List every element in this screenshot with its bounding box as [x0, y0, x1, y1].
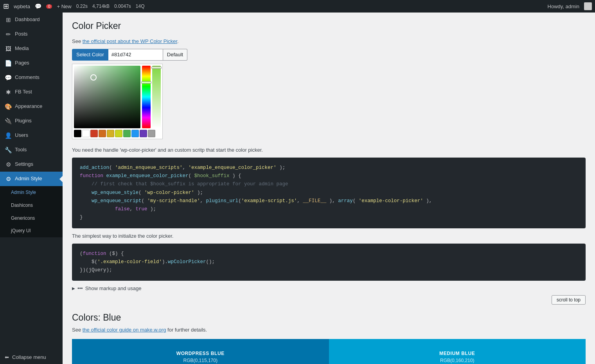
plugins-icon: 🔌 [5, 117, 12, 125]
medium-blue-rgb: RGB(0,160,210) [337, 358, 578, 363]
medium-blue-label: MEDIUM BLUE [337, 351, 578, 356]
code-block-2: (function ($) { $('.example-color-field'… [72, 244, 586, 281]
sidebar-item-tools[interactable]: 🔧 Tools [0, 143, 63, 157]
submenu-item-admin-style[interactable]: Admin Style [0, 186, 63, 199]
sidebar-item-users[interactable]: 👤 Users [0, 128, 63, 143]
sidebar-label-admin-style: Admin Style [15, 175, 42, 182]
sidebar-label-comments: Comments [15, 74, 40, 81]
default-button[interactable]: Default [163, 49, 187, 61]
wp-blue-rgb: RGB(0,115,170) [80, 358, 321, 363]
settings-icon: ⚙ [5, 160, 12, 169]
wp-logo-icon: ⊞ [3, 2, 9, 11]
admin-avatar [584, 2, 592, 10]
swatch-wordpress-blue: WORDPRESS BLUE RGB(0,115,170) [72, 339, 329, 364]
sidebar-label-fb-test: FB Test [15, 88, 32, 95]
sidebar-item-dashboard[interactable]: ⊞ Dashboard [0, 13, 63, 27]
sidebar-label-pages: Pages [15, 59, 29, 66]
media-icon: 🖼 [5, 45, 12, 53]
admin-style-icon: ⚙ [5, 175, 12, 183]
color-hex-input[interactable] [108, 49, 163, 61]
submenu-label-admin-style: Admin Style [11, 189, 36, 196]
new-button[interactable]: + New [57, 4, 71, 9]
submenu-label-dashicons: Dashicons [11, 202, 33, 209]
svg-rect-1 [74, 66, 140, 128]
sidebar-label-tools: Tools [15, 146, 27, 153]
submenu-label-genericons: Genericons [11, 215, 35, 222]
show-markup-label: Show markup and usage [85, 285, 142, 291]
scroll-top-row: scroll to top [72, 295, 586, 305]
perf-2: 4,714kB [92, 4, 110, 9]
pages-icon: 📄 [5, 59, 12, 67]
sidebar: ⊞ Dashboard ✏ Posts 🖼 Media 📄 Pages 💬 Co… [0, 13, 63, 364]
alpha-strip[interactable] [152, 66, 161, 128]
sidebar-item-comments[interactable]: 💬 Comments [0, 70, 63, 85]
scroll-to-top-button[interactable]: scroll to top [552, 295, 586, 305]
submenu: Admin Style Dashicons Genericons jQuery … [0, 186, 63, 237]
triangle-icon: ▶ [72, 286, 75, 290]
submenu-label-jquery-ui: jQuery UI [11, 228, 31, 234]
picker-description-2: The simplest way to initialize the color… [72, 233, 586, 239]
sidebar-item-pages[interactable]: 📄 Pages [0, 56, 63, 70]
swatch-blue[interactable] [131, 130, 139, 137]
collapse-menu-button[interactable]: ⬅ Collapse menu [0, 350, 63, 364]
tools-icon: 🔧 [5, 146, 12, 154]
color-gradient-area[interactable] [74, 66, 140, 128]
color-picker-canvas-row [74, 66, 161, 128]
comments-icon: 💬 [35, 3, 41, 9]
intro-paragraph: See the official post about the WP Color… [72, 38, 586, 44]
intro-link[interactable]: the official post about the WP Color Pic… [83, 38, 177, 44]
sidebar-item-posts[interactable]: ✏ Posts [0, 27, 63, 41]
colors-section-title: Colors: Blue [72, 312, 586, 323]
swatch-white[interactable] [82, 130, 90, 137]
swatch-orange[interactable] [99, 130, 106, 137]
swatch-black[interactable] [74, 130, 81, 137]
collapse-icon: ⬅ [5, 354, 9, 360]
swatch-yellow-green[interactable] [115, 130, 122, 137]
comments-nav-icon: 💬 [5, 74, 12, 82]
swatch-green[interactable] [123, 130, 131, 137]
sidebar-item-settings[interactable]: ⚙ Settings [0, 157, 63, 172]
swatch-yellow[interactable] [107, 130, 114, 137]
perf-1: 0.22s [76, 4, 88, 9]
color-picker-widget: Select Color Default [72, 49, 586, 139]
fb-test-icon: ✱ [5, 88, 12, 96]
hue-handle [141, 81, 151, 84]
submenu-item-dashicons[interactable]: Dashicons [0, 199, 63, 212]
hue-strip[interactable] [142, 66, 151, 128]
sidebar-item-media[interactable]: 🖼 Media [0, 41, 63, 56]
colors-link[interactable]: the official color guide on make.w.org [83, 327, 166, 333]
sidebar-item-appearance[interactable]: 🎨 Appearance [0, 99, 63, 114]
alpha-handle [151, 66, 162, 69]
main-content: Color Picker See the official post about… [63, 13, 595, 364]
color-picker-panel [72, 64, 163, 139]
comments-count: 0 [46, 4, 52, 9]
collapse-label: Collapse menu [12, 354, 46, 360]
swatch-gray[interactable] [148, 130, 155, 137]
sidebar-item-plugins[interactable]: 🔌 Plugins [0, 114, 63, 128]
top-bar: ⊞ wpbeta 💬 0 + New 0.22s 4,714kB 0.0047s… [0, 0, 595, 13]
color-swatches-row [74, 130, 161, 137]
howdy-label: Howdy, admin [548, 4, 579, 9]
page-title: Color Picker [72, 20, 586, 32]
site-name[interactable]: wpbeta [14, 4, 30, 9]
code-content-2: (function ($) { $('.example-color-field'… [80, 250, 578, 275]
dashboard-icon: ⊞ [5, 16, 12, 24]
code-block-1: add_action( 'admin_enqueue_scripts', 'ex… [72, 158, 586, 228]
wp-blue-label: WORDPRESS BLUE [80, 351, 321, 356]
color-picker-row: Select Color Default [72, 49, 586, 61]
swatch-red[interactable] [90, 130, 98, 137]
picker-description: You need the handle 'wp-color-picker' an… [72, 147, 586, 153]
select-color-button[interactable]: Select Color [72, 49, 108, 61]
sidebar-label-appearance: Appearance [15, 103, 42, 110]
colors-intro-paragraph: See the official color guide on make.w.o… [72, 327, 586, 333]
swatch-purple[interactable] [140, 130, 147, 137]
sidebar-item-admin-style[interactable]: ⚙ Admin Style [0, 172, 63, 186]
show-markup-toggle[interactable]: ▶ ••• Show markup and usage [72, 285, 586, 291]
sidebar-label-settings: Settings [15, 161, 33, 168]
submenu-item-genericons[interactable]: Genericons [0, 212, 63, 225]
posts-icon: ✏ [5, 30, 12, 38]
submenu-item-jquery-ui[interactable]: jQuery UI [0, 224, 63, 237]
sidebar-item-fb-test[interactable]: ✱ FB Test [0, 85, 63, 99]
sidebar-label-posts: Posts [15, 30, 28, 38]
perf-3: 0.0047s [114, 4, 131, 9]
